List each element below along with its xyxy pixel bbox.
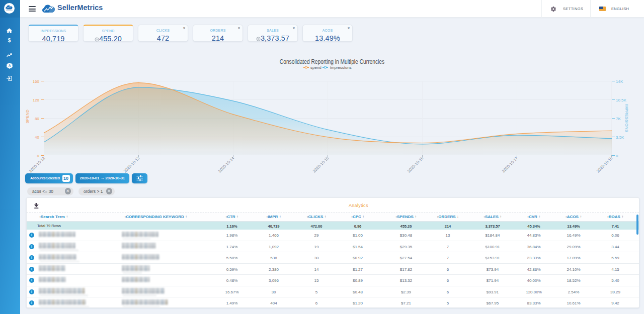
- svg-text:A: A: [8, 64, 11, 67]
- svg-text:Consolidated Reporting in Mult: Consolidated Reporting in Multiple Curre…: [280, 58, 384, 66]
- svg-text:160: 160: [33, 79, 40, 84]
- svg-text:2020-10-12: 2020-10-12: [28, 156, 46, 174]
- svg-text:spend: spend: [310, 65, 321, 70]
- svg-text:2020-10-14: 2020-10-14: [217, 156, 235, 174]
- svg-text:2020-10-15: 2020-10-15: [312, 156, 330, 174]
- svg-text:0: 0: [37, 154, 40, 158]
- svg-text:2020-10-13: 2020-10-13: [123, 156, 141, 174]
- svg-text:2020-10-18: 2020-10-18: [596, 156, 614, 174]
- svg-text:10.5K: 10.5K: [616, 98, 627, 102]
- svg-text:IMPRESSIONS: IMPRESSIONS: [624, 104, 629, 132]
- svg-text:40: 40: [35, 135, 39, 140]
- svg-text:2020-10-17: 2020-10-17: [501, 156, 519, 174]
- svg-text:7K: 7K: [616, 117, 621, 121]
- svg-text:3.5K: 3.5K: [616, 135, 624, 140]
- svg-text:2020-10-16: 2020-10-16: [407, 156, 425, 174]
- svg-text:0: 0: [616, 154, 618, 158]
- svg-text:SPEND: SPEND: [25, 110, 30, 124]
- svg-text:impressions: impressions: [330, 65, 352, 70]
- svg-text:14K: 14K: [616, 79, 623, 84]
- svg-text:120: 120: [33, 98, 40, 102]
- svg-text:80: 80: [35, 117, 39, 121]
